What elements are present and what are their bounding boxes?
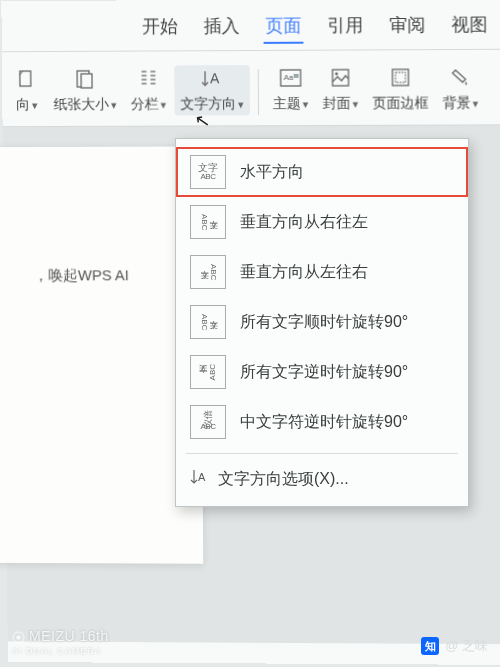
ai-hint-text: ，唤起WPS AI: [33, 266, 128, 283]
zhihu-logo-icon: 知: [421, 637, 439, 655]
orientation-label: 向: [16, 96, 30, 114]
cover-label: 封面: [323, 95, 351, 113]
tab-reference[interactable]: 引用: [325, 9, 365, 43]
orientation-button-partial[interactable]: 向▾: [8, 66, 46, 116]
dd-options[interactable]: A 文字方向选项(X)...: [176, 460, 468, 498]
dd-vertical-rtl[interactable]: ABC文字 垂直方向从右往左: [176, 197, 468, 247]
dd-rotate-ccw90[interactable]: 文字ABC 所有文字逆时针旋转90°: [176, 347, 468, 397]
theme-label: 主题: [273, 95, 301, 113]
dd-horizontal-icon: 文字 ABC: [190, 155, 226, 189]
dd-vertical-rtl-icon: ABC文字: [190, 205, 226, 239]
dd-chinese-ccw90[interactable]: 仪倍 ABC 中文字符逆时针旋转90°: [176, 397, 468, 447]
chevron-down-icon: ▾: [111, 98, 117, 111]
ribbon-toolbar: 向▾ 纸张大小▾ 分栏▾ A 文字方向▾ Aa 主题▾: [2, 50, 500, 127]
background-icon: [448, 66, 474, 88]
dd-chinese-ccw90-icon: 仪倍 ABC: [190, 405, 226, 439]
zhihu-watermark: 知 @ 乏味: [421, 637, 488, 655]
cover-button[interactable]: 封面▾: [317, 65, 365, 115]
dropdown-separator: [186, 453, 458, 454]
dd-rotate-cw90-label: 所有文字顺时针旋转90°: [240, 312, 408, 333]
theme-icon: Aa: [278, 67, 304, 89]
chevron-down-icon: ▾: [303, 97, 309, 110]
camera-watermark: MEIZU 16th AI DUAL CAMERA: [12, 628, 109, 657]
tab-page[interactable]: 页面: [263, 9, 303, 43]
toolbar-divider: [258, 69, 259, 115]
dd-options-label: 文字方向选项(X)...: [218, 469, 349, 490]
svg-point-23: [17, 635, 21, 639]
ribbon-tabs: 开始 插入 页面 引用 审阅 视图: [1, 0, 499, 52]
tab-review[interactable]: 审阅: [387, 9, 427, 44]
dd-horizontal[interactable]: 文字 ABC 水平方向: [176, 147, 468, 197]
dd-rotate-cw90-icon: ABC文字: [190, 305, 226, 339]
dd-vertical-ltr-label: 垂直方向从左往右: [240, 262, 368, 283]
theme-button[interactable]: Aa 主题▾: [267, 65, 315, 115]
dd-rotate-ccw90-icon: 文字ABC: [190, 355, 226, 389]
tab-view[interactable]: 视图: [449, 8, 489, 43]
svg-text:A: A: [210, 70, 220, 86]
svg-text:A: A: [198, 471, 206, 483]
columns-button[interactable]: 分栏▾: [125, 65, 173, 115]
svg-rect-2: [81, 74, 92, 88]
svg-text:Aa: Aa: [284, 73, 294, 82]
cover-icon: [327, 67, 353, 89]
paper-size-button[interactable]: 纸张大小▾: [47, 66, 123, 116]
dd-chinese-ccw90-label: 中文字符逆时针旋转90°: [240, 412, 408, 433]
zhihu-author: @ 乏味: [445, 637, 488, 655]
document-page[interactable]: ，唤起WPS AI: [0, 146, 203, 563]
chevron-down-icon: ▾: [353, 97, 359, 110]
dd-vertical-ltr-icon: 文字ABC: [190, 255, 226, 289]
svg-rect-19: [395, 72, 405, 82]
tab-insert[interactable]: 插入: [202, 10, 242, 44]
svg-rect-16: [332, 70, 348, 86]
columns-icon: [136, 67, 162, 89]
page-border-label: 页面边框: [373, 94, 429, 112]
chevron-down-icon: ▾: [238, 98, 244, 111]
svg-point-17: [335, 72, 338, 75]
dd-vertical-rtl-label: 垂直方向从右往左: [240, 212, 368, 233]
columns-label: 分栏: [131, 96, 159, 114]
chevron-down-icon: ▾: [32, 99, 38, 112]
page-border-button[interactable]: 页面边框: [366, 64, 434, 115]
paper-size-label: 纸张大小: [54, 96, 110, 114]
chevron-down-icon: ▾: [161, 98, 167, 111]
text-direction-small-icon: A: [190, 468, 208, 490]
orientation-icon: [14, 68, 40, 90]
paper-size-icon: [72, 68, 98, 90]
dd-rotate-ccw90-label: 所有文字逆时针旋转90°: [240, 362, 408, 383]
page-border-icon: [387, 66, 413, 88]
text-direction-icon: A: [199, 67, 225, 89]
background-button[interactable]: 背景▾: [436, 64, 484, 115]
text-direction-dropdown: 文字 ABC 水平方向 ABC文字 垂直方向从右往左 文字ABC 垂直方向从左往…: [175, 138, 469, 507]
dd-rotate-cw90[interactable]: ABC文字 所有文字顺时针旋转90°: [176, 297, 468, 347]
tab-start[interactable]: 开始: [140, 10, 180, 44]
text-direction-button[interactable]: A 文字方向▾: [174, 65, 250, 115]
dd-horizontal-label: 水平方向: [240, 162, 304, 183]
background-label: 背景: [443, 94, 471, 112]
svg-rect-18: [392, 69, 408, 85]
svg-rect-15: [294, 74, 299, 78]
camera-logo-icon: [12, 631, 25, 644]
dd-vertical-ltr[interactable]: 文字ABC 垂直方向从左往右: [176, 247, 468, 297]
chevron-down-icon: ▾: [473, 97, 479, 110]
